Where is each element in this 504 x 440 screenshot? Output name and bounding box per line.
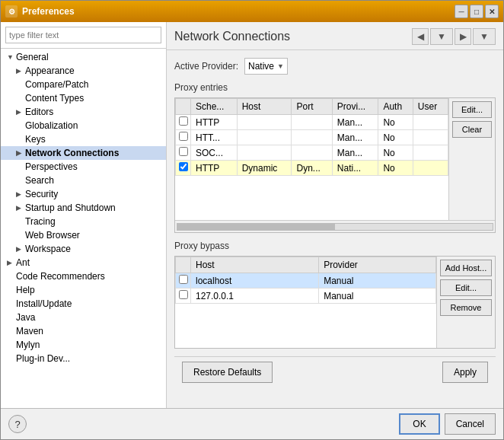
sidebar-item-appearance[interactable]: ▶ Appearance	[1, 64, 166, 78]
bypass-table-scroll: Host Provider localhost Manual	[175, 257, 436, 348]
sidebar-item-compare-patch[interactable]: Compare/Patch	[1, 78, 166, 91]
sidebar-item-workspace[interactable]: ▶ Workspace	[1, 242, 166, 256]
tree-area: ▼ General ▶ Appearance Compare/Patch Con…	[1, 49, 166, 408]
sidebar-item-label: Workspace	[25, 244, 71, 254]
proxy-bypass-section: Proxy bypass Host Provider	[174, 241, 496, 349]
forward-back-dropdown-button[interactable]: ▼	[473, 28, 496, 45]
add-host-button[interactable]: Add Host...	[440, 260, 492, 276]
row-checkbox-cell	[176, 115, 191, 130]
row-checkbox[interactable]	[179, 132, 188, 141]
minimize-button[interactable]: ─	[455, 5, 468, 18]
apply-button[interactable]: Apply	[442, 362, 488, 383]
sidebar-item-content-types[interactable]: Content Types	[1, 91, 166, 105]
row-scheme: HTTP	[191, 115, 238, 130]
sidebar-item-label: Plug-in Dev...	[16, 353, 70, 364]
sidebar-item-globalization[interactable]: Globalization	[1, 119, 166, 132]
sidebar: ▼ General ▶ Appearance Compare/Patch Con…	[1, 22, 167, 408]
remove-button[interactable]: Remove	[440, 299, 492, 316]
sidebar-item-label: Ant	[16, 257, 30, 268]
sidebar-item-editors[interactable]: ▶ Editors	[1, 105, 166, 119]
sidebar-item-security[interactable]: ▶ Security	[1, 187, 166, 201]
bypass-checkbox-cell	[176, 289, 191, 304]
back-button[interactable]: ◀	[412, 28, 429, 45]
sidebar-item-code-recommenders[interactable]: Code Recommenders	[1, 269, 166, 283]
table-row[interactable]: HTT... Man... No	[176, 130, 448, 145]
row-host: Dynamic	[237, 161, 292, 176]
row-scheme: SOC...	[191, 145, 238, 161]
sidebar-item-plugin-dev[interactable]: Plug-in Dev...	[1, 352, 166, 365]
restore-defaults-button[interactable]: Restore Defaults	[182, 362, 273, 383]
bypass-col-provider: Provider	[319, 257, 436, 273]
col-host: Host	[237, 99, 292, 115]
bypass-table-row[interactable]: localhost Manual	[176, 273, 436, 289]
forward-button[interactable]: ▶	[455, 28, 471, 45]
forward-dropdown-button[interactable]: ▼	[430, 28, 453, 45]
cancel-button[interactable]: Cancel	[445, 413, 496, 435]
filter-input[interactable]	[5, 27, 161, 43]
sidebar-item-label: Globalization	[25, 120, 78, 131]
sidebar-item-keys[interactable]: Keys	[1, 132, 166, 146]
scrollbar-thumb	[177, 224, 335, 230]
bypass-table-row[interactable]: 127.0.0.1 Manual	[176, 289, 436, 304]
sidebar-item-label: Perspectives	[25, 161, 78, 172]
sidebar-item-startup-shutdown[interactable]: ▶ Startup and Shutdown	[1, 201, 166, 215]
bypass-checkbox[interactable]	[179, 290, 188, 299]
bypass-host: localhost	[191, 273, 319, 289]
sidebar-item-search[interactable]: Search	[1, 174, 166, 187]
active-provider-select[interactable]: Native ▼	[244, 58, 288, 75]
select-dropdown-arrow: ▼	[277, 62, 284, 70]
sidebar-item-perspectives[interactable]: Perspectives	[1, 160, 166, 174]
row-user	[413, 115, 448, 130]
maximize-button[interactable]: □	[470, 5, 483, 18]
row-auth: No	[378, 115, 413, 130]
sidebar-item-install-update[interactable]: Install/Update	[1, 297, 166, 311]
table-row[interactable]: HTTP Man... No	[176, 115, 448, 130]
help-button[interactable]: ?	[8, 415, 27, 433]
row-auth: No	[378, 145, 413, 161]
proxy-bypass-label: Proxy bypass	[174, 241, 496, 251]
sidebar-item-label: Install/Update	[16, 298, 72, 309]
expand-arrow: ▶	[16, 149, 25, 157]
proxy-edit-button[interactable]: Edit...	[452, 101, 492, 118]
sidebar-item-help[interactable]: Help	[1, 283, 166, 297]
row-checkbox[interactable]	[179, 116, 188, 126]
sidebar-item-ant[interactable]: ▶ Ant	[1, 256, 166, 269]
horizontal-scrollbar[interactable]	[175, 220, 495, 232]
sidebar-item-web-browser[interactable]: Web Browser	[1, 228, 166, 242]
sidebar-item-maven[interactable]: Maven	[1, 324, 166, 338]
dialog-footer: ? OK Cancel	[1, 408, 503, 439]
row-checkbox-cell	[176, 161, 191, 176]
col-auth: Auth	[378, 99, 413, 115]
table-row[interactable]: SOC... Man... No	[176, 145, 448, 161]
row-checkbox[interactable]	[179, 162, 188, 171]
bypass-checkbox[interactable]	[179, 275, 188, 284]
expand-arrow: ▶	[7, 259, 16, 266]
sidebar-item-label: Search	[25, 175, 54, 186]
row-provider: Man...	[332, 115, 378, 130]
table-row[interactable]: HTTP Dynamic Dyn... Nati... No	[176, 161, 448, 176]
expand-arrow: ▶	[16, 245, 25, 253]
scrollbar-track	[177, 223, 493, 231]
sidebar-item-network-connections[interactable]: ▶ Network Connections	[1, 146, 166, 160]
ok-button[interactable]: OK	[399, 413, 439, 435]
close-button[interactable]: ✕	[485, 5, 499, 18]
sidebar-item-java[interactable]: Java	[1, 311, 166, 324]
proxy-table-scroll: Sche... Host Port Provi... Auth User	[175, 98, 448, 220]
title-bar: ⚙ Preferences ─ □ ✕	[1, 1, 503, 22]
sidebar-item-tracing[interactable]: Tracing	[1, 215, 166, 228]
sidebar-item-label: Mylyn	[16, 340, 40, 350]
active-provider-row: Active Provider: Native ▼	[174, 58, 496, 75]
window-icon: ⚙	[5, 5, 18, 18]
proxy-table-inner: Sche... Host Port Provi... Auth User	[175, 98, 495, 220]
row-provider: Man...	[332, 145, 378, 161]
col-scheme: Sche...	[191, 99, 238, 115]
preferences-window: ⚙ Preferences ─ □ ✕ ▼ General ▶ Appearan…	[0, 0, 504, 440]
sidebar-item-general[interactable]: ▼ General	[1, 50, 166, 64]
sidebar-item-mylyn[interactable]: Mylyn	[1, 338, 166, 352]
proxy-clear-button[interactable]: Clear	[452, 121, 492, 138]
bypass-edit-button[interactable]: Edit...	[440, 279, 492, 296]
bypass-provider: Manual	[319, 289, 436, 304]
proxy-buttons: Edit... Clear	[448, 98, 495, 220]
row-provider: Nati...	[332, 161, 378, 176]
row-checkbox[interactable]	[179, 147, 188, 156]
